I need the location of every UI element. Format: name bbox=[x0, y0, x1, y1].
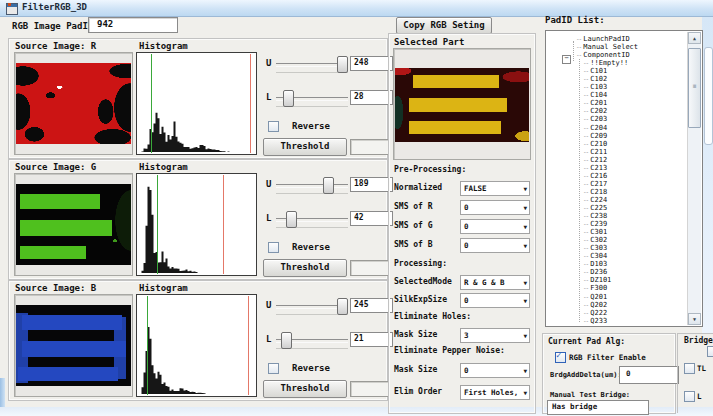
chevron-down-icon: ▼ bbox=[523, 223, 527, 230]
tree-item[interactable]: C201 bbox=[546, 99, 686, 107]
tree-item[interactable]: C203 bbox=[546, 115, 686, 123]
tree-item[interactable]: C216 bbox=[546, 172, 686, 180]
l-slider-thumb[interactable] bbox=[283, 90, 294, 107]
manual-test-bridge-field[interactable]: Has bridge bbox=[547, 400, 649, 415]
tree-item[interactable]: C202 bbox=[546, 107, 686, 115]
tree-item[interactable]: DZ101 bbox=[546, 276, 686, 284]
pepper-mask-size-label: Mask Size bbox=[394, 365, 437, 374]
threshold-result-box bbox=[350, 260, 390, 276]
tree-collapse-icon[interactable]: − bbox=[562, 55, 571, 64]
u-value-field[interactable]: 245 bbox=[350, 298, 393, 313]
lower-threshold-marker bbox=[157, 175, 158, 274]
reverse-checkbox[interactable]: ✓ bbox=[268, 363, 279, 374]
tree-item[interactable]: LaunchPadID bbox=[546, 35, 686, 43]
tree-item[interactable]: Q233 bbox=[546, 317, 686, 325]
scroll-up-icon[interactable]: ▲ bbox=[688, 32, 701, 44]
tree-item[interactable]: C301 bbox=[546, 228, 686, 236]
chevron-down-icon: ▼ bbox=[523, 367, 527, 374]
tree-item[interactable]: C225 bbox=[546, 204, 686, 212]
tree-scrollbar-thumb[interactable]: ≡ bbox=[688, 48, 701, 128]
elim-order-label: Elim Order bbox=[394, 387, 442, 396]
chevron-down-icon: ▼ bbox=[523, 204, 527, 211]
rgb-image-padid-value[interactable]: 942 bbox=[88, 17, 178, 33]
elim-order-dropdown[interactable]: First Holes, ▼ bbox=[460, 385, 530, 400]
l-value-field[interactable]: 21 bbox=[350, 332, 393, 347]
padid-list-label: PadID List: bbox=[545, 15, 605, 25]
l-slider-thumb[interactable] bbox=[286, 211, 297, 228]
histogram-label: Histogram bbox=[139, 283, 188, 293]
tree-item[interactable]: D103 bbox=[546, 260, 686, 268]
tree-item[interactable]: C224 bbox=[546, 196, 686, 204]
outer-scrollbar-thumb[interactable] bbox=[704, 47, 713, 145]
sms-of-b-dropdown[interactable]: 0 ▼ bbox=[460, 238, 530, 253]
bridge-tl-checkbox[interactable]: ✓ bbox=[684, 363, 695, 374]
tree-item[interactable]: C103 bbox=[546, 83, 686, 91]
tree-item[interactable]: Q201 bbox=[546, 293, 686, 301]
u-value-field[interactable]: 189 bbox=[350, 177, 393, 192]
tree-item[interactable]: C304 bbox=[546, 252, 686, 260]
tree-item[interactable]: C239 bbox=[546, 220, 686, 228]
rgb-filter-enable-checkbox[interactable]: ✓ bbox=[555, 352, 566, 363]
tree-item[interactable]: D236 bbox=[546, 268, 686, 276]
scroll-down-icon[interactable]: ▼ bbox=[688, 313, 701, 325]
bridge-tl-label: TL bbox=[697, 364, 706, 373]
bridge-checkbox-partial[interactable] bbox=[707, 346, 713, 357]
tree-item[interactable]: C303 bbox=[546, 244, 686, 252]
copy-rgb-setting-button[interactable]: Copy RGB Seting bbox=[396, 17, 492, 34]
silk-exp-size-dropdown[interactable]: 0 ▼ bbox=[460, 293, 530, 308]
l-slider-thumb[interactable] bbox=[281, 332, 292, 349]
reverse-checkbox[interactable]: ✓ bbox=[268, 242, 279, 253]
processing-title: Processing: bbox=[394, 259, 447, 268]
threshold-button[interactable]: Threshold bbox=[263, 259, 347, 277]
channel-group-r: Source Image: R Histogram U 248 L 28 ✓ R… bbox=[8, 38, 388, 159]
threshold-button[interactable]: Threshold bbox=[263, 380, 347, 398]
tree-item[interactable]: C104 bbox=[546, 91, 686, 99]
tree-item[interactable]: C212 bbox=[546, 156, 686, 164]
holes-mask-size-dropdown[interactable]: 3 ▼ bbox=[460, 328, 530, 343]
lower-threshold-marker bbox=[147, 296, 148, 395]
tree-item[interactable]: C204 bbox=[546, 124, 686, 132]
chevron-down-icon: ▼ bbox=[523, 297, 527, 304]
threshold-button[interactable]: Threshold bbox=[263, 138, 347, 156]
chevron-down-icon: ▼ bbox=[523, 332, 527, 339]
tree-item[interactable]: C209 bbox=[546, 132, 686, 140]
sms-of-g-dropdown[interactable]: 0 ▼ bbox=[460, 219, 530, 234]
tree-item[interactable]: Q222 bbox=[546, 309, 686, 317]
tree-item[interactable]: Q202 bbox=[546, 301, 686, 309]
window-title: FilterRGB_3D bbox=[22, 2, 87, 12]
l-value-field[interactable]: 28 bbox=[350, 90, 393, 105]
tree-item[interactable]: C211 bbox=[546, 148, 686, 156]
chevron-down-icon: ▼ bbox=[523, 279, 527, 286]
tree-scrollbar[interactable]: ▲ ≡ ▼ bbox=[687, 32, 701, 325]
u-slider-thumb[interactable] bbox=[337, 298, 348, 315]
rgb-image-padid-label: RGB Image PadID: bbox=[12, 21, 99, 31]
tree-item[interactable]: F300 bbox=[546, 284, 686, 292]
u-slider-thumb[interactable] bbox=[337, 56, 348, 73]
selected-mode-dropdown[interactable]: R & G & B ▼ bbox=[460, 275, 530, 290]
tree-item[interactable]: C101 bbox=[546, 67, 686, 75]
bridge-add-delta-field[interactable]: 0 bbox=[619, 366, 679, 384]
tree-item[interactable]: C218 bbox=[546, 188, 686, 196]
tree-item[interactable]: C302 bbox=[546, 236, 686, 244]
pepper-mask-size-dropdown[interactable]: 0 ▼ bbox=[460, 363, 530, 378]
u-slider-thumb[interactable] bbox=[323, 177, 334, 194]
normalized-dropdown[interactable]: FALSE ▼ bbox=[460, 181, 530, 196]
title-bar[interactable]: FilterRGB_3D bbox=[0, 0, 713, 17]
source-image-r-thumbnail bbox=[14, 52, 133, 155]
histogram-b bbox=[136, 294, 257, 397]
sms-of-r-dropdown[interactable]: 0 ▼ bbox=[460, 200, 530, 215]
tree-item[interactable]: Manual Select bbox=[546, 43, 686, 51]
tree-item[interactable]: C217 bbox=[546, 180, 686, 188]
l-value-field[interactable]: 42 bbox=[350, 211, 393, 226]
u-slider-track[interactable] bbox=[276, 184, 348, 188]
tree-item[interactable]: C210 bbox=[546, 140, 686, 148]
tree-item[interactable]: C238 bbox=[546, 212, 686, 220]
histogram-label: Histogram bbox=[139, 162, 188, 172]
current-pad-alg-panel: Current Pad Alg: ✓ RGB Filter Enable Brd… bbox=[542, 333, 676, 414]
tree-item[interactable]: C213 bbox=[546, 164, 686, 172]
histogram-r bbox=[136, 52, 257, 155]
reverse-checkbox[interactable]: ✓ bbox=[268, 121, 279, 132]
u-value-field[interactable]: 248 bbox=[350, 56, 393, 71]
tree-item[interactable]: C102 bbox=[546, 75, 686, 83]
bridge-l-checkbox[interactable]: ✓ bbox=[684, 391, 695, 402]
